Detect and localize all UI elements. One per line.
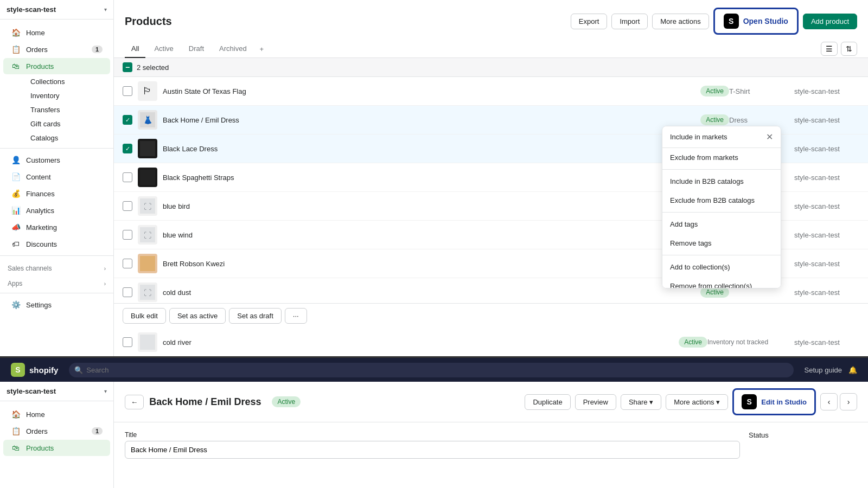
sidebar-item-products[interactable]: 🛍 Products (3, 58, 110, 74)
dropdown-include-b2b[interactable]: Include in B2B catalogs (662, 172, 781, 191)
dropdown-exclude-b2b[interactable]: Exclude from B2B catalogs (662, 191, 781, 210)
dropdown-remove-collection[interactable]: Remove from collection(s) (662, 277, 781, 288)
tab-active[interactable]: Active (148, 40, 180, 58)
set-active-button[interactable]: Set as active (169, 308, 226, 324)
row-checkbox-10[interactable] (123, 337, 132, 347)
filter-button[interactable]: ☰ (821, 42, 838, 56)
prev-product-button[interactable]: ‹ (820, 393, 838, 410)
more-actions-edit-button[interactable]: More actions ▾ (666, 394, 728, 410)
shopify-logo: S shopify (11, 363, 58, 377)
tab-all[interactable]: All (125, 40, 145, 58)
analytics-icon: 📊 (11, 206, 21, 215)
next-product-button[interactable]: › (840, 393, 857, 410)
product-thumb-3 (138, 139, 157, 158)
back-button[interactable]: ← (125, 395, 144, 409)
search-input[interactable] (69, 363, 793, 377)
settings-icon: ⚙️ (11, 300, 21, 309)
sidebar-item-settings[interactable]: ⚙️ Settings (3, 297, 110, 313)
store-name: style-scan-test (7, 5, 104, 14)
product-edit-header: ← Back Home / Emil Dress Active Duplicat… (114, 382, 868, 422)
sales-channels-arrow: › (104, 266, 106, 272)
orders-icon: 📋 (11, 45, 21, 54)
sidebar-item-orders[interactable]: 📋 Orders 1 (3, 41, 110, 57)
apps-section[interactable]: Apps › (0, 274, 113, 290)
row-checkbox-6[interactable] (123, 230, 132, 240)
set-draft-button[interactable]: Set as draft (229, 308, 281, 324)
title-input[interactable] (125, 441, 740, 459)
sidebar-item-discounts[interactable]: 🏷 Discounts (3, 236, 110, 252)
sales-channels-section[interactable]: Sales channels › (0, 259, 113, 274)
sidebar-item-gift-cards[interactable]: Gift cards (26, 117, 110, 131)
dropdown-add-tags[interactable]: Add tags (662, 215, 781, 234)
products-icon: 🛍 (11, 62, 21, 70)
table-row[interactable]: 🏳 Austin State Of Texas Flag Active T-Sh… (114, 77, 868, 106)
home-icon-b: 🏠 (11, 410, 21, 419)
tab-add[interactable]: + (256, 41, 269, 57)
store-chevron-bottom: ▾ (104, 388, 107, 394)
edit-in-studio-panel-button[interactable]: S Edit in Studio (732, 388, 816, 415)
sidebar-item-collections[interactable]: Collections (26, 75, 110, 88)
finances-icon: 💰 (11, 189, 21, 198)
discounts-icon: 🏷 (11, 240, 21, 248)
notifications-bell[interactable]: 🔔 (848, 366, 857, 374)
sidebar-item-analytics[interactable]: 📊 Analytics (3, 202, 110, 219)
tab-archived[interactable]: Archived (213, 40, 253, 58)
page-title: Products (125, 15, 571, 28)
product-store-6: style-scan-test (794, 231, 859, 239)
dropdown-exclude-markets[interactable]: Exclude from markets (662, 148, 781, 167)
dropdown-close-button[interactable]: ✕ (766, 132, 773, 142)
product-store-5: style-scan-test (794, 202, 859, 210)
svg-rect-8 (140, 256, 155, 271)
product-name-7: Brett Robson Kwezi (163, 260, 700, 268)
store-selector-bottom[interactable]: style-scan-test ▾ (0, 382, 113, 401)
store-chevron: ▾ (104, 7, 107, 12)
product-status-1: Active (700, 86, 729, 97)
import-button[interactable]: Import (611, 14, 648, 29)
row-checkbox-7[interactable] (123, 259, 132, 268)
product-name-2: Back Home / Emil Dress (163, 116, 700, 124)
share-button[interactable]: Share ▾ (621, 394, 661, 410)
product-store-8: style-scan-test (794, 288, 859, 297)
inventory-note-10: Inventory not tracked (707, 338, 794, 346)
export-button[interactable]: Export (571, 14, 608, 29)
row-checkbox-3[interactable]: ✓ (123, 144, 132, 153)
more-bulk-button[interactable]: ··· (285, 308, 307, 324)
row-checkbox-2[interactable]: ✓ (123, 115, 132, 125)
status-label: Status (749, 431, 769, 439)
add-product-button[interactable]: Add product (803, 14, 857, 29)
sidebar-item-finances[interactable]: 💰 Finances (3, 185, 110, 202)
row-checkbox-8[interactable] (123, 287, 132, 297)
select-all-checkbox[interactable]: − (123, 62, 132, 72)
sidebar-item-customers[interactable]: 👤 Customers (3, 152, 110, 168)
setup-guide-link[interactable]: Setup guide (805, 366, 842, 374)
duplicate-button[interactable]: Duplicate (525, 394, 570, 410)
sidebar-item-catalogs[interactable]: Catalogs (26, 131, 110, 145)
sidebar-bottom-home[interactable]: 🏠 Home (3, 406, 110, 422)
product-status-8: Active (700, 287, 729, 298)
row-checkbox-1[interactable] (123, 86, 132, 96)
preview-button[interactable]: Preview (575, 394, 616, 410)
sidebar-item-marketing[interactable]: 📣 Marketing (3, 219, 110, 235)
dropdown-remove-tags[interactable]: Remove tags (662, 234, 781, 253)
sidebar-bottom-products[interactable]: 🛍 Products (3, 440, 110, 456)
more-actions-button[interactable]: More actions (652, 14, 709, 29)
product-name-4: Black Spaghetti Straps (163, 174, 700, 182)
tab-draft[interactable]: Draft (182, 40, 210, 58)
row-checkbox-5[interactable] (123, 201, 132, 211)
sidebar-item-home[interactable]: 🏠 Home (3, 24, 110, 41)
sidebar-bottom-orders[interactable]: 📋 Orders 1 (3, 423, 110, 439)
sidebar-item-transfers[interactable]: Transfers (26, 103, 110, 117)
row-checkbox-4[interactable] (123, 172, 132, 182)
bottom-search-area: 🔍 (69, 363, 793, 377)
sort-button[interactable]: ⇅ (841, 42, 857, 56)
open-studio-button[interactable]: S Open Studio (713, 8, 799, 35)
sidebar-item-inventory[interactable]: Inventory (26, 89, 110, 102)
header-actions: Export Import More actions S Open Studio… (571, 8, 857, 35)
product-status-2: Active (700, 114, 729, 125)
product-name-1: Austin State Of Texas Flag (163, 87, 700, 95)
sidebar-item-content[interactable]: 📄 Content (3, 169, 110, 185)
bulk-edit-button[interactable]: Bulk edit (123, 308, 166, 324)
table-row[interactable]: cold river Active Inventory not tracked … (114, 328, 868, 356)
dropdown-add-collection[interactable]: Add to collection(s) (662, 258, 781, 277)
store-selector[interactable]: style-scan-test ▾ (0, 0, 113, 20)
